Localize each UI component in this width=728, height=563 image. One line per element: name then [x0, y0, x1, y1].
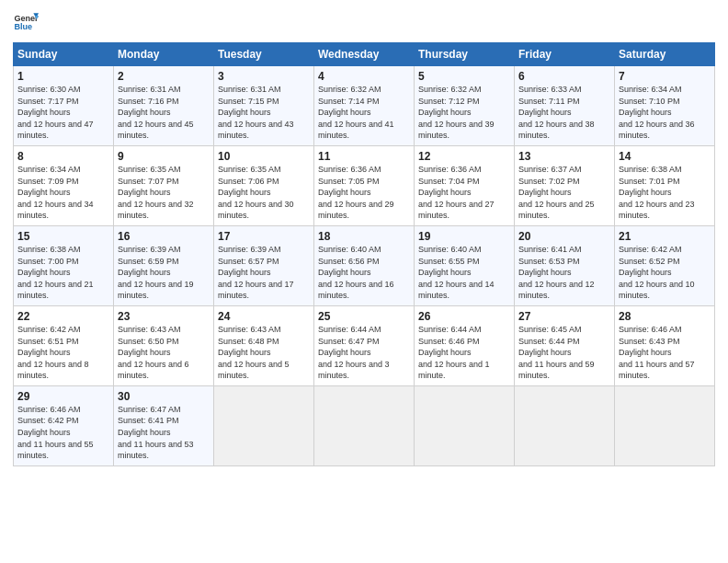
day-number: 8 — [17, 150, 109, 163]
day-number: 14 — [619, 150, 711, 163]
header-wednesday: Wednesday — [314, 43, 415, 66]
day-number: 10 — [218, 150, 310, 163]
calendar-cell: 12Sunrise: 6:36 AMSunset: 7:04 PMDayligh… — [415, 145, 515, 225]
day-number: 9 — [118, 150, 210, 163]
calendar-cell — [314, 385, 415, 465]
day-info: Sunrise: 6:44 AMSunset: 6:46 PMDaylight … — [418, 325, 490, 380]
day-info: Sunrise: 6:43 AMSunset: 6:50 PMDaylight … — [118, 325, 189, 380]
header: General Blue — [13, 9, 715, 35]
day-info: Sunrise: 6:39 AMSunset: 6:57 PMDaylight … — [218, 245, 294, 300]
header-sunday: Sunday — [14, 43, 114, 66]
day-number: 22 — [17, 310, 109, 323]
day-number: 25 — [318, 310, 410, 323]
day-number: 26 — [418, 310, 510, 323]
header-monday: Monday — [114, 43, 214, 66]
header-friday: Friday — [515, 43, 615, 66]
day-info: Sunrise: 6:30 AMSunset: 7:17 PMDaylight … — [17, 85, 94, 140]
day-number: 2 — [118, 70, 210, 83]
calendar-cell: 13Sunrise: 6:37 AMSunset: 7:02 PMDayligh… — [515, 145, 615, 225]
calendar-week-row: 8Sunrise: 6:34 AMSunset: 7:09 PMDaylight… — [14, 145, 715, 225]
calendar-cell — [415, 385, 515, 465]
calendar-cell: 6Sunrise: 6:33 AMSunset: 7:11 PMDaylight… — [515, 66, 615, 146]
day-info: Sunrise: 6:32 AMSunset: 7:14 PMDaylight … — [318, 85, 394, 140]
calendar-cell: 16Sunrise: 6:39 AMSunset: 6:59 PMDayligh… — [114, 225, 214, 305]
calendar-week-row: 1Sunrise: 6:30 AMSunset: 7:17 PMDaylight… — [14, 66, 715, 146]
day-number: 19 — [418, 230, 510, 243]
day-info: Sunrise: 6:47 AMSunset: 6:41 PMDaylight … — [118, 405, 194, 460]
day-info: Sunrise: 6:34 AMSunset: 7:09 PMDaylight … — [17, 165, 94, 220]
calendar-cell: 9Sunrise: 6:35 AMSunset: 7:07 PMDaylight… — [114, 145, 214, 225]
calendar-cell: 2Sunrise: 6:31 AMSunset: 7:16 PMDaylight… — [114, 66, 214, 146]
calendar-week-row: 29Sunrise: 6:46 AMSunset: 6:42 PMDayligh… — [14, 385, 715, 465]
day-info: Sunrise: 6:35 AMSunset: 7:07 PMDaylight … — [118, 165, 194, 220]
day-number: 27 — [518, 310, 610, 323]
logo-icon: General Blue — [13, 9, 39, 35]
weekday-header-row: Sunday Monday Tuesday Wednesday Thursday… — [14, 43, 715, 66]
calendar-cell: 1Sunrise: 6:30 AMSunset: 7:17 PMDaylight… — [14, 66, 114, 146]
header-tuesday: Tuesday — [214, 43, 314, 66]
day-info: Sunrise: 6:40 AMSunset: 6:55 PMDaylight … — [418, 245, 495, 300]
header-thursday: Thursday — [415, 43, 515, 66]
day-info: Sunrise: 6:45 AMSunset: 6:44 PMDaylight … — [518, 325, 595, 380]
day-info: Sunrise: 6:46 AMSunset: 6:42 PMDaylight … — [17, 405, 94, 460]
calendar-cell: 10Sunrise: 6:35 AMSunset: 7:06 PMDayligh… — [214, 145, 314, 225]
day-info: Sunrise: 6:40 AMSunset: 6:56 PMDaylight … — [318, 245, 394, 300]
day-number: 29 — [17, 390, 109, 403]
calendar-cell: 25Sunrise: 6:44 AMSunset: 6:47 PMDayligh… — [314, 305, 415, 385]
calendar-cell — [515, 385, 615, 465]
day-info: Sunrise: 6:43 AMSunset: 6:48 PMDaylight … — [218, 325, 290, 380]
calendar-cell: 27Sunrise: 6:45 AMSunset: 6:44 PMDayligh… — [515, 305, 615, 385]
day-info: Sunrise: 6:39 AMSunset: 6:59 PMDaylight … — [118, 245, 194, 300]
day-number: 6 — [518, 70, 610, 83]
day-number: 23 — [118, 310, 210, 323]
calendar-cell: 22Sunrise: 6:42 AMSunset: 6:51 PMDayligh… — [14, 305, 114, 385]
day-info: Sunrise: 6:36 AMSunset: 7:05 PMDaylight … — [318, 165, 394, 220]
day-info: Sunrise: 6:37 AMSunset: 7:02 PMDaylight … — [518, 165, 595, 220]
day-info: Sunrise: 6:41 AMSunset: 6:53 PMDaylight … — [518, 245, 595, 300]
day-number: 13 — [518, 150, 610, 163]
day-info: Sunrise: 6:35 AMSunset: 7:06 PMDaylight … — [218, 165, 294, 220]
day-info: Sunrise: 6:33 AMSunset: 7:11 PMDaylight … — [518, 85, 595, 140]
day-number: 3 — [218, 70, 310, 83]
day-number: 21 — [619, 230, 711, 243]
day-info: Sunrise: 6:34 AMSunset: 7:10 PMDaylight … — [619, 85, 695, 140]
calendar-cell: 19Sunrise: 6:40 AMSunset: 6:55 PMDayligh… — [415, 225, 515, 305]
day-number: 30 — [118, 390, 210, 403]
day-info: Sunrise: 6:44 AMSunset: 6:47 PMDaylight … — [318, 325, 390, 380]
page-container: General Blue Sunday Monday Tuesday Wedne… — [0, 0, 728, 476]
day-number: 24 — [218, 310, 310, 323]
day-number: 11 — [318, 150, 410, 163]
calendar-cell: 3Sunrise: 6:31 AMSunset: 7:15 PMDaylight… — [214, 66, 314, 146]
day-info: Sunrise: 6:46 AMSunset: 6:43 PMDaylight … — [619, 325, 695, 380]
day-number: 16 — [118, 230, 210, 243]
day-number: 15 — [17, 230, 109, 243]
day-info: Sunrise: 6:32 AMSunset: 7:12 PMDaylight … — [418, 85, 495, 140]
day-number: 4 — [318, 70, 410, 83]
calendar-cell: 23Sunrise: 6:43 AMSunset: 6:50 PMDayligh… — [114, 305, 214, 385]
calendar-cell: 8Sunrise: 6:34 AMSunset: 7:09 PMDaylight… — [14, 145, 114, 225]
svg-text:Blue: Blue — [14, 22, 32, 31]
day-number: 12 — [418, 150, 510, 163]
day-info: Sunrise: 6:31 AMSunset: 7:15 PMDaylight … — [218, 85, 294, 140]
day-info: Sunrise: 6:31 AMSunset: 7:16 PMDaylight … — [118, 85, 194, 140]
calendar-cell: 5Sunrise: 6:32 AMSunset: 7:12 PMDaylight… — [415, 66, 515, 146]
calendar-cell: 21Sunrise: 6:42 AMSunset: 6:52 PMDayligh… — [615, 225, 715, 305]
calendar-cell: 4Sunrise: 6:32 AMSunset: 7:14 PMDaylight… — [314, 66, 415, 146]
day-number: 1 — [17, 70, 109, 83]
day-number: 18 — [318, 230, 410, 243]
calendar-cell: 29Sunrise: 6:46 AMSunset: 6:42 PMDayligh… — [14, 385, 114, 465]
logo: General Blue — [13, 9, 39, 35]
calendar-cell: 20Sunrise: 6:41 AMSunset: 6:53 PMDayligh… — [515, 225, 615, 305]
day-info: Sunrise: 6:42 AMSunset: 6:51 PMDaylight … — [17, 325, 89, 380]
day-number: 17 — [218, 230, 310, 243]
calendar-cell: 26Sunrise: 6:44 AMSunset: 6:46 PMDayligh… — [415, 305, 515, 385]
calendar-cell: 24Sunrise: 6:43 AMSunset: 6:48 PMDayligh… — [214, 305, 314, 385]
calendar-cell: 28Sunrise: 6:46 AMSunset: 6:43 PMDayligh… — [615, 305, 715, 385]
calendar-week-row: 15Sunrise: 6:38 AMSunset: 7:00 PMDayligh… — [14, 225, 715, 305]
calendar-table: Sunday Monday Tuesday Wednesday Thursday… — [13, 42, 715, 466]
day-info: Sunrise: 6:38 AMSunset: 7:01 PMDaylight … — [619, 165, 695, 220]
calendar-cell: 11Sunrise: 6:36 AMSunset: 7:05 PMDayligh… — [314, 145, 415, 225]
day-number: 5 — [418, 70, 510, 83]
calendar-cell: 18Sunrise: 6:40 AMSunset: 6:56 PMDayligh… — [314, 225, 415, 305]
calendar-week-row: 22Sunrise: 6:42 AMSunset: 6:51 PMDayligh… — [14, 305, 715, 385]
